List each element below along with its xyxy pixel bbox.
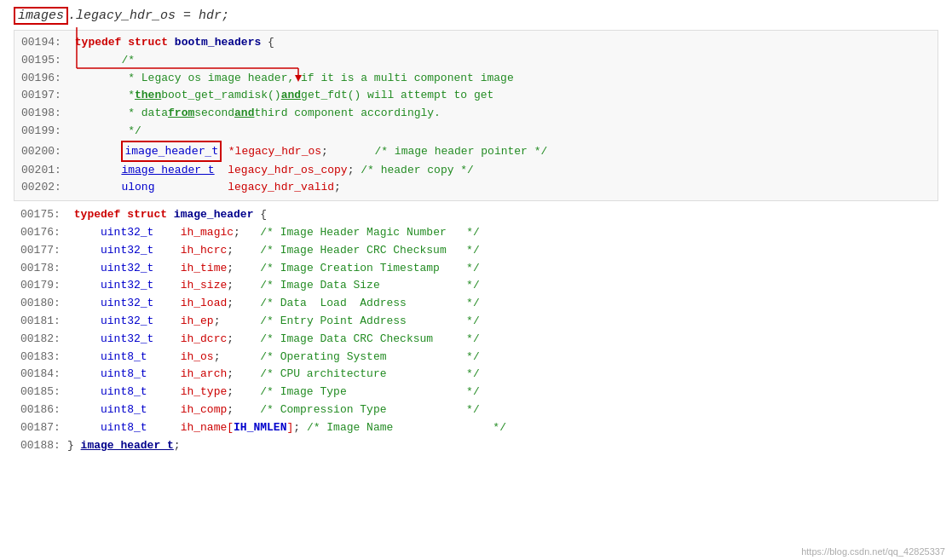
typedef-175: typedef [67, 206, 127, 224]
page-container: images.legacy_hdr_os = hdr; 00194: typed… [0, 0, 952, 560]
assignment-rest: .legacy_hdr_os = hdr; [68, 9, 229, 23]
line-num-199: 00199: [21, 123, 68, 141]
indent-202 [68, 179, 121, 197]
type-186: uint8_t [101, 401, 147, 419]
comment-198c: third component accordingly. [254, 105, 440, 123]
indent-185 [67, 384, 101, 401]
image-header-name: image_header [174, 206, 254, 224]
code-line-181: 00181: uint32_t ih_ep ; /* Entry Point A… [20, 313, 932, 331]
semi-186: ; [227, 401, 260, 419]
line-num-182: 00182: [20, 331, 67, 349]
semi-180: ; [227, 295, 260, 313]
bottom-url: https://blog.csdn.net/qq_42825337 [801, 546, 945, 557]
line-num-183: 00183: [20, 349, 67, 367]
comment-198b: second [194, 105, 234, 123]
indent-183 [67, 349, 101, 367]
field-name-187: ih_name[IH_NMLEN] [181, 419, 294, 437]
code-line-188: 00188: } image_header_t ; [20, 437, 932, 455]
indent-178 [67, 260, 101, 278]
code-line-187: 00187: uint8_t ih_name[IH_NMLEN] ; /* Im… [20, 419, 932, 437]
code-line-185: 00185: uint8_t ih_type ; /* Image Type *… [20, 384, 932, 401]
line-num-188: 00188: [20, 437, 67, 455]
semi-176: ; [234, 224, 260, 242]
field-name-183: ih_os [181, 349, 214, 367]
field-name-177: ih_hcrc [181, 242, 228, 260]
line-num-187: 00187: [20, 419, 67, 437]
top-assignment-bar: images.legacy_hdr_os = hdr; [0, 0, 952, 30]
line-num-201: 00201: [21, 162, 68, 180]
code-line-186: 00186: uint8_t ih_comp ; /* Compression … [20, 401, 932, 419]
code-line-200: 00200: image_header_t *legacy_hdr_os; /*… [21, 141, 931, 162]
comment-187: /* Image Name */ [307, 419, 506, 437]
line-num-195: 00195: [21, 52, 68, 70]
indent-184 [67, 366, 101, 384]
field-200b: *legacy_hdr_os; [222, 143, 374, 161]
semi-184: ; [227, 366, 260, 384]
semi-179: ; [227, 277, 260, 295]
type-184: uint8_t [101, 366, 147, 384]
code-line-175: 00175: typedef struct image_header { [20, 206, 932, 224]
line-num-200: 00200: [21, 143, 68, 161]
line-num-184: 00184: [20, 366, 67, 384]
tab-177 [153, 242, 180, 260]
indent-176 [67, 224, 101, 242]
field-201b: legacy_hdr_os_copy; [215, 162, 361, 180]
code-line-176: 00176: uint32_t ih_magic ; /* Image Head… [20, 224, 932, 242]
close-brace-188: } [67, 437, 81, 455]
code-line-198: 00198: * data from second and third comp… [21, 105, 931, 123]
line-num-178: 00178: [20, 260, 67, 278]
comment-197: * [68, 87, 135, 105]
struct-175: struct [127, 206, 174, 224]
semi-178: ; [227, 260, 260, 278]
field-name-185: ih_type [181, 384, 228, 401]
tab-178 [153, 260, 180, 278]
code-line-179: 00179: uint32_t ih_size ; /* Image Data … [20, 277, 932, 295]
indent-187 [67, 419, 101, 437]
image-header-t-close: image_header_t [81, 437, 174, 455]
comment-183: /* Operating System */ [260, 349, 479, 367]
type-178: uint32_t [101, 260, 153, 278]
field-202b: legacy_hdr_valid; [154, 179, 340, 197]
and-text-197: and [281, 87, 301, 105]
image-header-section: 00175: typedef struct image_header { 001… [0, 205, 952, 456]
type-183: uint8_t [101, 349, 147, 367]
line-num-177: 00177: [20, 242, 67, 260]
tab-180 [153, 295, 180, 313]
code-line-194: 00194: typedef struct bootm_headers { [21, 34, 931, 52]
field-name-182: ih_dcrc [181, 331, 228, 349]
tab-183 [147, 349, 181, 367]
code-line-199: 00199: */ [21, 123, 931, 141]
field-name-178: ih_time [181, 260, 228, 278]
line-num-180: 00180: [20, 295, 67, 313]
comment-186: /* Compression Type */ [260, 401, 479, 419]
images-highlighted-box: images [14, 7, 68, 25]
semi-182: ; [227, 331, 260, 349]
line-num-175: 00175: [20, 206, 67, 224]
tab-184 [147, 366, 181, 384]
line-num-185: 00185: [20, 384, 67, 401]
tab-176 [153, 224, 180, 242]
tab-187 [147, 419, 181, 437]
line-num-197: 00197: [21, 87, 68, 105]
comment-197b: boot_get_ramdisk() [161, 87, 280, 105]
field-name-176: ih_magic [181, 224, 234, 242]
code-line-195: 00195: /* [21, 52, 931, 70]
type-185: uint8_t [101, 384, 147, 401]
comment-197c: get_fdt() will attempt to get [301, 87, 493, 105]
indent-179 [67, 277, 101, 295]
bootm-headers-code: 00194: typedef struct bootm_headers { 00… [14, 31, 938, 200]
indent-186 [67, 401, 101, 419]
code-line-182: 00182: uint32_t ih_dcrc ; /* Image Data … [20, 331, 932, 349]
image-header-t-underline: image_header_t [121, 162, 214, 180]
semi-185: ; [227, 384, 260, 401]
line-num-196: 00196: [21, 70, 68, 88]
indent-201 [68, 162, 121, 180]
field-name-180: ih_load [181, 295, 228, 313]
image-header-t-text: image_header_t [124, 144, 218, 157]
comment-184: /* CPU architecture */ [260, 366, 479, 384]
tab-186 [147, 401, 181, 419]
indent-200 [68, 143, 121, 161]
tab-185 [147, 384, 181, 401]
indent-182 [67, 331, 101, 349]
type-182: uint32_t [101, 331, 153, 349]
